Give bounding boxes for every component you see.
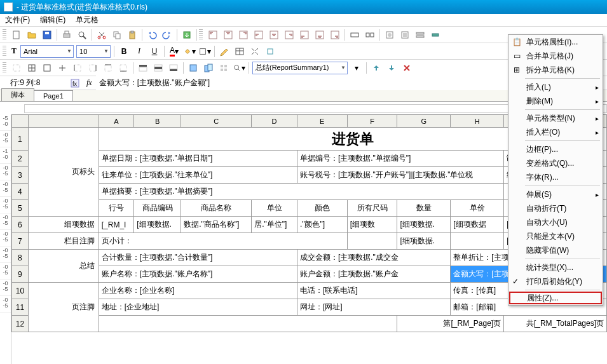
ctx-border[interactable]: 边框(P)... [508,142,603,156]
align-mid-center-button[interactable] [267,28,281,42]
print-button[interactable] [60,28,74,42]
border-button[interactable]: ▾ [198,44,212,58]
grip[interactable] [3,46,6,57]
table-row: 12 第[_RM_Page]页共[_RM_TotalPages]页 [12,316,607,332]
new-button[interactable] [10,28,24,42]
grip[interactable] [199,29,203,41]
ctx-props-highlighted[interactable]: 属性(Z)... [509,292,602,304]
menu-cell[interactable]: 单元格 [76,15,99,25]
svg-rect-56 [13,65,20,71]
sec-body-button[interactable] [151,61,165,75]
bold-button[interactable]: B [117,44,131,58]
ctx-autosize[interactable]: 自动大小(U) [508,215,603,229]
tool-d-button[interactable] [428,28,442,42]
ctx-stattype[interactable]: 统计类型(X)... [508,260,603,274]
svg-rect-26 [270,31,278,39]
svg-rect-49 [416,36,424,37]
edit-button[interactable] [217,44,231,58]
split-button[interactable] [363,28,377,42]
merge-button[interactable] [348,28,362,42]
fill-color-button[interactable]: ▾ [182,44,196,58]
border-right-button[interactable] [86,61,100,75]
align-bot-center-button[interactable] [313,28,327,42]
tab-page1[interactable]: Page1 [34,90,73,101]
grip[interactable] [3,29,6,41]
tab-script[interactable]: 脚本 [1,88,34,101]
ctx-merge[interactable]: ▭合并单元格(J) [508,49,603,63]
border-outer-button[interactable] [40,61,54,75]
context-menu: 📋单元格属性(I)... ▭合并单元格(J) ⊞拆分单元格(K) 插入(L) 删… [508,34,603,306]
ctx-split[interactable]: ⊞拆分单元格(K) [508,63,603,77]
border-left-button[interactable] [71,61,85,75]
border-all-button[interactable] [25,61,39,75]
align-bot-right-button[interactable] [328,28,342,42]
svg-rect-41 [351,33,358,37]
svg-rect-71 [139,65,147,67]
svg-rect-60 [44,65,50,71]
paste-button[interactable] [125,28,139,42]
fx-icon-button[interactable]: fx [68,76,82,90]
sec-up-button[interactable] [369,61,383,75]
ctx-wrap[interactable]: 自动折行(T) [508,201,603,215]
menubar: 文件(F) 编辑(E) 单元格 [0,14,607,27]
undo-button[interactable] [145,28,159,42]
underline-button[interactable]: U [147,44,161,58]
cut-button[interactable] [95,28,109,42]
border-top-button[interactable] [101,61,115,75]
grid-view-button[interactable] [217,61,231,75]
ctx-textonly[interactable]: 只能是文本(V) [508,229,603,243]
ctx-stretch[interactable]: 伸展(S) [508,187,603,201]
svg-rect-77 [190,65,196,71]
ctx-insert[interactable]: 插入(L) [508,80,603,94]
menu-file[interactable]: 文件(F) [5,15,30,25]
font-name-combo[interactable]: Arial [20,45,74,58]
svg-rect-63 [74,65,81,71]
svg-rect-51 [200,48,206,54]
ctx-insertcol[interactable]: 插入栏(O) [508,125,603,139]
save-button[interactable] [40,28,54,42]
ctx-delete[interactable]: 删除(M) [508,94,603,108]
align-bot-left-button[interactable] [297,28,311,42]
sec-header-button[interactable] [136,61,150,75]
border-bottom-button[interactable] [116,61,130,75]
align-top-center-button[interactable] [221,28,235,42]
menu-edit[interactable]: 编辑(E) [40,15,65,25]
align-top-right-button[interactable] [236,28,250,42]
zoom-button[interactable]: ▾ [232,61,246,75]
border-none-button[interactable] [10,61,24,75]
align-top-left-button[interactable] [206,28,220,42]
table-button[interactable] [233,44,247,58]
ctx-diff-fmt[interactable]: 变差格式(Q)... [508,156,603,170]
tool-b-button[interactable] [398,28,412,42]
export-button[interactable] [180,28,194,42]
shrink-button[interactable] [248,44,262,58]
arrange-2-button[interactable] [201,61,215,75]
arrange-1-button[interactable] [186,61,200,75]
ctx-cell-props[interactable]: 📋单元格属性(I)... [508,35,603,49]
tool-a-button[interactable] [383,28,397,42]
italic-button[interactable]: I [132,44,146,58]
expand-button[interactable] [263,44,277,58]
section-combo[interactable]: 总结(ReportSummary1) [252,62,348,74]
sec-footer-button[interactable] [167,61,181,75]
sec-delete-button[interactable] [400,61,414,75]
border-inner-button[interactable] [55,61,69,75]
combo-expand-button[interactable]: ▾ [350,61,364,75]
sec-down-button[interactable] [385,61,399,75]
ctx-initafter[interactable]: ✓打印后初始化(Y) [508,274,603,288]
tool-c-button[interactable] [413,28,427,42]
copy-button[interactable] [110,28,124,42]
ctx-celltype[interactable]: 单元格类型(N) [508,111,603,125]
font-color-button[interactable]: A▾ [167,44,181,58]
grip[interactable] [3,62,6,74]
preview-button[interactable] [75,28,89,42]
ctx-font[interactable]: 字体(R)... [508,170,603,184]
align-mid-right-button[interactable] [282,28,296,42]
svg-point-45 [388,33,392,37]
ctx-hidezero[interactable]: 隐藏零值(W) [508,243,603,257]
font-size-combo[interactable]: 10 [76,45,111,58]
redo-button[interactable] [160,28,174,42]
svg-rect-48 [416,32,424,34]
align-mid-left-button[interactable] [252,28,266,42]
open-button[interactable] [25,28,39,42]
